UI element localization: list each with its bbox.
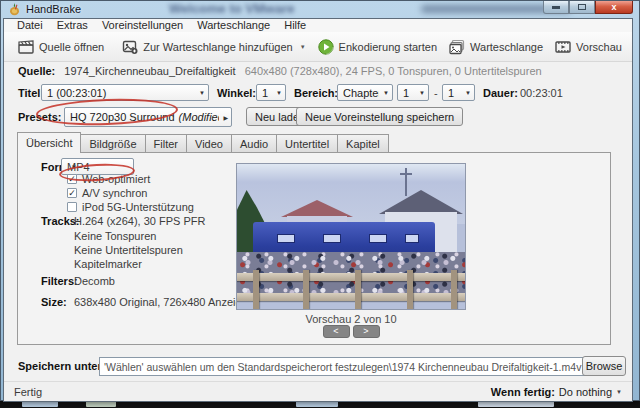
- source-row: Quelle: 1974_Kirchenneubau_Dreifaltigkei…: [18, 65, 622, 77]
- destination-path-input[interactable]: [99, 357, 587, 376]
- size-label: Size:: [41, 296, 67, 308]
- when-done-control[interactable]: Wenn fertig: Do nothing ▼: [491, 386, 622, 398]
- start-encode-button[interactable]: Enkodierung starten: [312, 36, 443, 58]
- open-source-label: Quelle öffnen: [39, 41, 104, 53]
- client-area: Datei Extras Voreinstellungen Warteschla…: [3, 18, 633, 402]
- filmstrip-icon: [555, 39, 571, 55]
- tab-untertitel[interactable]: Untertitel: [277, 134, 338, 153]
- menu-extras[interactable]: Extras: [50, 19, 95, 32]
- minimize-button[interactable]: [543, 1, 569, 14]
- save-row: Speichern unter: Browse: [4, 356, 632, 378]
- toolbar: Quelle öffnen Zur Warteschlange hinzufüg…: [4, 32, 632, 62]
- duration-value: 00:23:01: [520, 87, 563, 99]
- angle-label: Winkel:: [217, 87, 256, 99]
- chevron-down-icon: ▼: [300, 44, 306, 50]
- range-type-select[interactable]: Chapters ▼: [337, 84, 393, 101]
- track-subtitles: Keine Untertitelspuren: [74, 244, 183, 256]
- title-row: Titel: 1 (00:23:01) ▼ Winkel: 1 ▼ Bereic…: [4, 81, 632, 101]
- tab-bildgroesse[interactable]: Bildgröße: [81, 134, 145, 153]
- preview-caption: Vorschau 2 von 10: [236, 313, 466, 325]
- chevron-down-icon: ▼: [383, 90, 389, 96]
- chevron-down-icon: ▼: [199, 90, 205, 96]
- tab-audio[interactable]: Audio: [232, 134, 277, 153]
- close-button[interactable]: x: [595, 1, 633, 14]
- maximize-button[interactable]: [569, 1, 595, 14]
- preview-next-button[interactable]: >: [353, 325, 380, 338]
- track-video: H.264 (x264), 30 FPS PFR: [74, 215, 205, 227]
- tab-kapitel[interactable]: Kapitel: [338, 134, 389, 153]
- checkbox-av-sync[interactable]: ✓ A/V synchron: [67, 187, 147, 199]
- angle-select[interactable]: 1 ▼: [256, 84, 286, 101]
- preset-modified-flag: (Modified): [179, 111, 220, 123]
- filters-value: Decomb: [74, 275, 115, 287]
- preview-button[interactable]: Vorschau: [549, 36, 628, 58]
- menu-warteschlange[interactable]: Warteschlange: [190, 19, 277, 32]
- preview-prev-button[interactable]: <: [323, 325, 350, 338]
- filters-label: Filters:: [41, 275, 78, 287]
- activity-log-button[interactable]: Activity Log: [628, 36, 633, 58]
- queue-label: Warteschlange: [470, 41, 543, 53]
- range-start-select[interactable]: 1 ▼: [397, 84, 429, 101]
- background-window-text: Welcome to VMware: [169, 1, 294, 16]
- tab-filter[interactable]: Filter: [146, 134, 187, 153]
- menu-datei[interactable]: Datei: [10, 19, 50, 32]
- close-icon: x: [611, 2, 616, 12]
- source-name: 1974_Kirchenneubau_Dreifaltigkeit: [64, 65, 235, 77]
- checkbox-ipod-5g[interactable]: iPod 5G-Unterstützung: [67, 201, 194, 213]
- preview-label: Vorschau: [576, 41, 622, 53]
- tab-video[interactable]: Video: [187, 134, 232, 153]
- window-title: HandBrake: [26, 3, 81, 15]
- browse-button[interactable]: Browse: [582, 356, 626, 376]
- chevron-down-icon: ▼: [276, 90, 282, 96]
- menu-bar: Datei Extras Voreinstellungen Warteschla…: [4, 19, 632, 32]
- source-details: 640x480 (728x480), 24 FPS, 0 Tonspuren, …: [245, 65, 542, 77]
- when-done-label: Wenn fertig:: [491, 386, 555, 398]
- tab-strip: Übersicht Bildgröße Filter Video Audio U…: [17, 132, 389, 153]
- preview-nav: < >: [236, 325, 466, 338]
- handbrake-window: Welcome to VMware HandBrake x Datei Extr…: [0, 0, 640, 401]
- open-source-button[interactable]: Quelle öffnen: [12, 36, 110, 58]
- play-icon: [318, 39, 334, 55]
- screen: Welcome to VMware HandBrake x Datei Extr…: [0, 0, 640, 408]
- window-controls: x: [543, 1, 633, 14]
- add-to-queue-button[interactable]: Zur Warteschlange hinzufügen ▼: [116, 36, 311, 58]
- chevron-down-icon: ▼: [419, 90, 425, 96]
- add-to-queue-icon: [122, 39, 138, 55]
- menu-hilfe[interactable]: Hilfe: [277, 19, 313, 32]
- flyout-arrow-icon: ▶: [223, 114, 228, 121]
- status-bar: Fertig Wenn fertig: Do nothing ▼: [4, 381, 632, 401]
- queue-icon: [449, 39, 465, 55]
- range-end-select[interactable]: 1 ▼: [442, 84, 475, 101]
- chevron-down-icon: ▼: [465, 90, 471, 96]
- clapperboard-icon: [18, 39, 34, 55]
- checkbox-checked-icon: ✓: [67, 188, 77, 198]
- status-text: Fertig: [14, 386, 42, 398]
- save-preset-button[interactable]: Neue Voreinstellung speichern: [296, 107, 463, 126]
- source-label: Quelle:: [18, 65, 55, 77]
- track-chapters: Kapitelmarker: [74, 258, 142, 270]
- range-label: Bereich:: [294, 87, 338, 99]
- when-done-value: Do nothing: [559, 386, 612, 398]
- chevron-down-icon: ▼: [616, 389, 622, 395]
- range-separator: -: [434, 87, 438, 99]
- checkbox-unchecked-icon: [67, 202, 77, 212]
- track-audio: Keine Tonspuren: [74, 230, 156, 242]
- handbrake-logo-icon: [8, 3, 21, 16]
- preview-image: [236, 163, 466, 310]
- save-label: Speichern unter:: [18, 360, 105, 372]
- titlebar[interactable]: Welcome to VMware HandBrake x: [1, 1, 639, 18]
- overview-panel: Format: MP4 ▼ ✓ Web-optimiert ✓ A/V sync…: [17, 152, 611, 345]
- menu-voreinstellungen[interactable]: Voreinstellungen: [95, 19, 190, 32]
- start-encode-label: Enkodierung starten: [339, 41, 437, 53]
- tab-uebersicht[interactable]: Übersicht: [17, 132, 81, 153]
- add-to-queue-label: Zur Warteschlange hinzufügen: [143, 41, 292, 53]
- size-value: 638x480 Original, 726x480 Anzeige: [74, 296, 248, 308]
- queue-button[interactable]: Warteschlange: [443, 36, 549, 58]
- duration-label: Dauer:: [483, 87, 518, 99]
